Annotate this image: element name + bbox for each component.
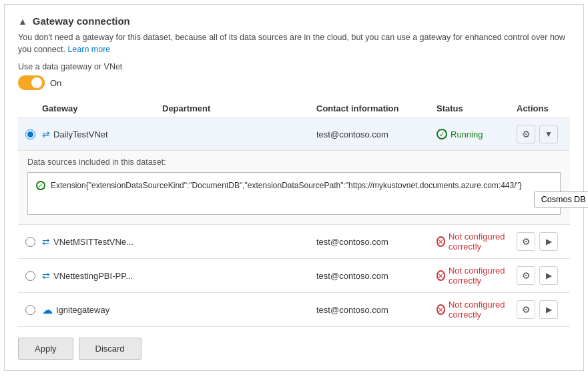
source-check-icon: ✓ [36, 181, 45, 190]
expand-button-1[interactable]: ▼ [539, 125, 558, 143]
expand-button-3[interactable]: ▶ [539, 266, 558, 285]
expand-button-4[interactable]: ▶ [539, 300, 558, 319]
maps-to-select[interactable]: Cosmos DB SQL Server Azure Blob [534, 191, 588, 208]
arrows-icon-3: ⇄ [42, 270, 50, 281]
header-actions: Actions [517, 103, 570, 113]
gateway-radio-1[interactable] [25, 129, 35, 139]
radio-col-3[interactable] [18, 271, 42, 281]
collapse-icon[interactable]: ▲ [18, 16, 27, 27]
gear-button-2[interactable]: ⚙ [517, 232, 535, 251]
radio-col-4[interactable] [18, 305, 42, 315]
radio-col-2[interactable] [18, 237, 42, 247]
toggle-state-label: On [50, 78, 61, 88]
gateway-name-1: ⇄ DailyTestVNet [42, 129, 162, 139]
gateway-name-3: ⇄ VNettestingPBI-PP... [42, 270, 162, 281]
expand-button-2[interactable]: ▶ [539, 232, 558, 251]
actions-2: ⚙ ▶ [517, 232, 570, 251]
gear-button-1[interactable]: ⚙ [517, 125, 535, 143]
gateway-name-2: ⇄ VNetMSITTestVNe... [42, 236, 162, 247]
status-4: ✕ Not configured correctly [436, 300, 517, 320]
description-text: You don't need a gateway for this datase… [18, 32, 570, 55]
status-2: ✕ Not configured correctly [436, 232, 517, 252]
toggle-thumb [31, 77, 42, 88]
error-icon-2: ✕ [436, 236, 445, 247]
expanded-section-1: Data sources included in this dataset: ✓… [18, 151, 570, 225]
actions-3: ⚙ ▶ [517, 266, 570, 285]
table-header: Gateway Department Contact information S… [18, 99, 570, 118]
table-row: ☁ Ignitegateway test@contoso.com ✕ Not c… [18, 293, 570, 327]
gateway-connection-panel: ▲ Gateway connection You don't need a ga… [4, 4, 584, 371]
data-source-text: Extension{"extensionDataSourceKind":"Doc… [51, 179, 522, 191]
discard-button[interactable]: Discard [79, 338, 141, 360]
gateway-radio-3[interactable] [25, 271, 35, 281]
header-department: Department [162, 103, 316, 113]
gateway-radio-2[interactable] [25, 237, 35, 247]
header-status: Status [436, 103, 517, 113]
gear-button-3[interactable]: ⚙ [517, 266, 535, 285]
actions-4: ⚙ ▶ [517, 300, 570, 319]
table-row: ⇄ VNetMSITTestVNe... test@contoso.com ✕ … [18, 225, 570, 259]
data-sources-label: Data sources included in this dataset: [27, 157, 561, 167]
data-source-box: ✓ Extension{"extensionDataSourceKind":"D… [27, 172, 561, 215]
table-row: ⇄ VNettestingPBI-PP... test@contoso.com … [18, 259, 570, 293]
vnet-label: Use a data gateway or VNet [18, 62, 570, 71]
footer-buttons: Apply Discard [18, 338, 570, 360]
contact-1: test@contoso.com [316, 129, 436, 139]
apply-button[interactable]: Apply [18, 338, 73, 360]
gateway-name-4: ☁ Ignitegateway [42, 304, 162, 316]
panel-title: Gateway connection [33, 15, 130, 27]
header-radio [18, 103, 42, 113]
table-row: ⇄ DailyTestVNet test@contoso.com ✓ Runni… [18, 118, 570, 151]
radio-col[interactable] [18, 129, 42, 139]
gateway-radio-4[interactable] [25, 305, 35, 315]
status-3: ✕ Not configured correctly [436, 266, 517, 286]
arrows-icon-2: ⇄ [42, 236, 50, 247]
status-1: ✓ Running [436, 129, 517, 139]
actions-1: ⚙ ▼ [517, 125, 570, 143]
header-contact: Contact information [316, 103, 436, 113]
gear-button-4[interactable]: ⚙ [517, 300, 535, 319]
learn-more-link[interactable]: Learn more [67, 45, 110, 54]
title-row: ▲ Gateway connection [18, 15, 570, 27]
contact-4: test@contoso.com [316, 305, 436, 315]
contact-2: test@contoso.com [316, 237, 436, 247]
error-icon-3: ✕ [436, 270, 445, 281]
header-gateway: Gateway [42, 103, 162, 113]
gateway-toggle[interactable] [18, 75, 45, 90]
error-icon-4: ✕ [436, 304, 445, 315]
maps-to-area: Maps to: Cosmos DB SQL Server Azure Blob [527, 179, 588, 208]
arrows-icon-1: ⇄ [42, 129, 50, 139]
running-check-icon: ✓ [436, 129, 447, 139]
contact-3: test@contoso.com [316, 271, 436, 281]
cloud-icon-4: ☁ [42, 304, 53, 316]
toggle-row: On [18, 75, 570, 90]
